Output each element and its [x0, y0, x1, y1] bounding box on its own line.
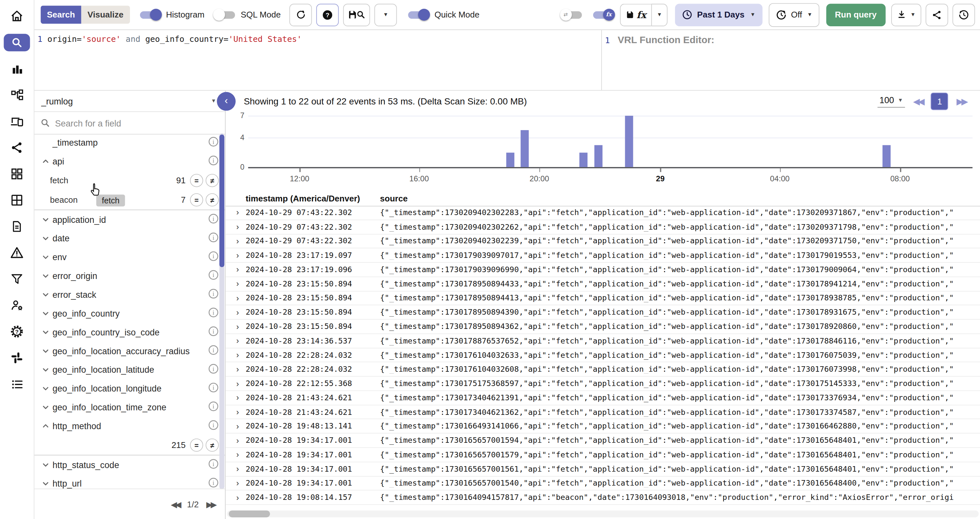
table-row[interactable]: ›2024-10-28 23:15:50.894{"_timestamp":17…: [226, 320, 980, 334]
histogram-bar[interactable]: [506, 152, 514, 167]
sidebar-item-menu[interactable]: [4, 375, 30, 393]
expand-row-icon[interactable]: ›: [226, 436, 246, 445]
equals-filter-button[interactable]: =: [190, 174, 203, 187]
reset-query-button[interactable]: [290, 3, 312, 26]
horizontal-scrollbar[interactable]: [227, 511, 979, 517]
equals-filter-button[interactable]: =: [190, 193, 203, 206]
per-page-select[interactable]: 100 ▼: [878, 95, 905, 108]
expand-row-icon[interactable]: ›: [226, 422, 246, 431]
table-row[interactable]: ›2024-10-28 23:15:50.894{"_timestamp":17…: [226, 305, 980, 320]
chevron-down-icon[interactable]: [42, 253, 52, 261]
chevron-down-icon[interactable]: [42, 404, 52, 411]
chevron-down-icon[interactable]: [42, 328, 52, 336]
info-icon[interactable]: i: [208, 251, 219, 263]
info-icon[interactable]: i: [208, 232, 219, 244]
run-query-button[interactable]: Run query: [826, 3, 885, 26]
table-row[interactable]: ›2024-10-28 23:15:50.894{"_timestamp":17…: [226, 277, 980, 291]
quick-mode-toggle[interactable]: [408, 11, 429, 19]
expand-row-icon[interactable]: ›: [226, 464, 246, 474]
chevron-down-icon[interactable]: [42, 461, 52, 468]
sidebar-item-pipelines[interactable]: [4, 86, 30, 104]
sidebar-item-iam[interactable]: [4, 297, 30, 314]
table-row[interactable]: ›2024-10-29 07:43:22.302{"_timestamp":17…: [226, 220, 980, 234]
expand-row-icon[interactable]: ›: [226, 236, 246, 246]
table-row[interactable]: ›2024-10-28 19:34:17.001{"_timestamp":17…: [226, 462, 980, 476]
sidebar-item-filters[interactable]: [4, 270, 30, 288]
expand-row-icon[interactable]: ›: [226, 336, 246, 345]
expand-row-icon[interactable]: ›: [226, 208, 246, 217]
expand-row-icon[interactable]: ›: [226, 251, 246, 260]
field-value-row[interactable]: 215=≠: [34, 435, 225, 455]
table-row[interactable]: ›2024-10-28 19:34:17.001{"_timestamp":17…: [226, 448, 980, 462]
chevron-down-icon[interactable]: [42, 216, 52, 223]
table-row[interactable]: ›2024-10-28 23:17:19.097{"_timestamp":17…: [226, 249, 980, 263]
table-row[interactable]: ›2024-10-28 19:34:17.001{"_timestamp":17…: [226, 434, 980, 448]
table-row[interactable]: ›2024-10-28 22:28:24.032{"_timestamp":17…: [226, 363, 980, 377]
sidebar-item-settings[interactable]: ?: [4, 323, 30, 340]
field-row-http_url[interactable]: http_urli: [34, 474, 225, 489]
not-equals-filter-button[interactable]: ≠: [205, 439, 219, 452]
scrollbar-thumb[interactable]: [220, 135, 224, 267]
table-row[interactable]: ›2024-10-28 23:17:19.096{"_timestamp":17…: [226, 263, 980, 277]
sidebar-item-dashboards[interactable]: [4, 165, 30, 183]
sidebar-item-alerts[interactable]: [4, 244, 30, 262]
expand-row-icon[interactable]: ›: [226, 407, 246, 417]
info-icon[interactable]: i: [208, 288, 219, 301]
field-value-row[interactable]: fetch91=≠: [34, 171, 225, 190]
field-row-geo_info_country_iso_code[interactable]: geo_info_country_iso_codei: [34, 323, 225, 342]
info-icon[interactable]: i: [208, 420, 219, 433]
expand-row-icon[interactable]: ›: [226, 493, 246, 502]
sidebar-item-slack[interactable]: [4, 349, 30, 367]
current-page-button[interactable]: 1: [931, 93, 948, 110]
histogram-toggle[interactable]: [140, 11, 161, 19]
table-row[interactable]: ›2024-10-28 19:48:13.141{"_timestamp":17…: [226, 419, 980, 434]
chevron-down-icon[interactable]: [42, 310, 52, 317]
saved-searches-button[interactable]: [343, 3, 370, 26]
last-page-icon[interactable]: ▶▶: [957, 96, 966, 106]
histogram-bar[interactable]: [882, 145, 890, 167]
table-row[interactable]: ›2024-10-28 19:08:14.157{"_timestamp":17…: [226, 491, 980, 505]
events-histogram[interactable]: 04712:0016:0020:002904:0008:00: [226, 112, 980, 191]
sidebar-item-logs[interactable]: [4, 218, 30, 235]
histogram-bar[interactable]: [521, 130, 529, 167]
field-row-api[interactable]: apii: [34, 152, 225, 171]
sql-mode-toggle[interactable]: [215, 11, 235, 19]
info-icon[interactable]: i: [208, 307, 219, 320]
sidebar-item-traces[interactable]: [4, 139, 30, 156]
chevron-up-icon[interactable]: [42, 158, 52, 165]
saved-search-dropdown-button[interactable]: ▼: [374, 3, 397, 26]
table-row[interactable]: ›2024-10-29 07:43:22.302{"_timestamp":17…: [226, 206, 980, 220]
table-row[interactable]: ›2024-10-28 23:14:36.537{"_timestamp":17…: [226, 334, 980, 348]
chevron-down-icon[interactable]: [42, 385, 52, 392]
histogram-bar[interactable]: [625, 116, 633, 167]
field-list-scrollbar[interactable]: [220, 133, 224, 489]
field-row-error_origin[interactable]: error_origini: [34, 267, 225, 286]
refresh-interval-button[interactable]: Off ▼: [768, 3, 819, 27]
sidebar-item-streams[interactable]: [4, 192, 30, 209]
table-row[interactable]: ›2024-10-28 21:43:24.621{"_timestamp":17…: [226, 391, 980, 405]
sidebar-item-home[interactable]: [4, 8, 30, 25]
expand-row-icon[interactable]: ›: [226, 350, 246, 360]
field-search[interactable]: Search for a field: [34, 112, 225, 134]
sidebar-item-rum[interactable]: [4, 113, 30, 130]
equals-filter-button[interactable]: =: [190, 439, 203, 452]
table-row[interactable]: ›2024-10-28 23:15:50.894{"_timestamp":17…: [226, 291, 980, 305]
help-button[interactable]: ?: [316, 3, 339, 26]
info-icon[interactable]: i: [208, 270, 219, 282]
expand-row-icon[interactable]: ›: [226, 308, 246, 317]
field-row-env[interactable]: envi: [34, 248, 225, 267]
chevron-up-icon[interactable]: [42, 422, 52, 430]
table-row[interactable]: ›2024-10-29 07:43:22.302{"_timestamp":17…: [226, 234, 980, 249]
transform-toggle[interactable]: ⇄: [561, 11, 582, 19]
expand-row-icon[interactable]: ›: [226, 507, 246, 508]
field-row-_timestamp[interactable]: _timestampi: [34, 133, 225, 152]
expand-row-icon[interactable]: ›: [226, 279, 246, 289]
info-icon[interactable]: i: [208, 459, 219, 471]
info-icon[interactable]: i: [208, 345, 219, 358]
field-row-application_id[interactable]: application_idi: [34, 210, 225, 229]
info-icon[interactable]: i: [208, 477, 219, 489]
collapse-fields-button[interactable]: ‹: [217, 92, 235, 110]
expand-row-icon[interactable]: ›: [226, 450, 246, 459]
sidebar-item-bar-chart[interactable]: [4, 60, 30, 78]
sidebar-item-search[interactable]: [4, 34, 30, 51]
